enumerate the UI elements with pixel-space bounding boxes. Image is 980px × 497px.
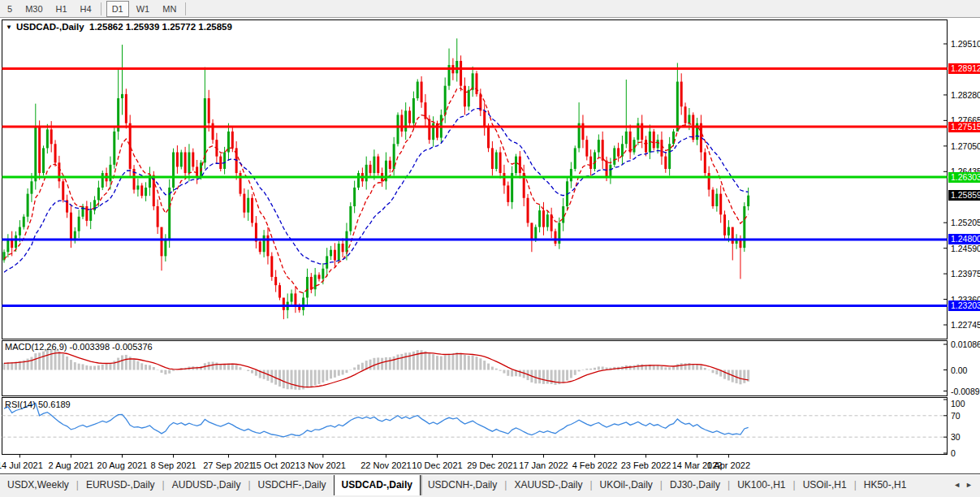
tab-xauusd-daily[interactable]: XAUUSD-,Daily (507, 475, 589, 495)
date-label: 1 Apr 2022 (700, 460, 757, 470)
tab-dj30-daily[interactable]: DJ30-,Daily (663, 475, 727, 495)
rsi-axis-label: 70 (951, 411, 961, 421)
price-tag-1.26303: 1.26303 (948, 172, 980, 183)
date-label: 17 Jan 2022 (515, 460, 572, 470)
macd-values: -0.003398 -0.005376 (69, 342, 152, 352)
price-tag-1.24800: 1.24800 (948, 234, 980, 244)
price-tick-label: 1.27050 (951, 141, 980, 151)
price-tick-label: 1.23975 (951, 269, 980, 279)
rsi-axis-label: 30 (951, 432, 961, 442)
tab-usdx-weekly[interactable]: USDX,Weekly (0, 475, 76, 495)
date-label: 23 Feb 2022 (618, 460, 675, 470)
macd-axis-label: -0.008974 (951, 387, 980, 396)
price-tick-label: 1.29510 (951, 39, 980, 49)
macd-name: MACD(12,26,9) (5, 342, 67, 352)
chart-title-symbol: USDCAD-,Daily (16, 22, 84, 32)
price-tag-1.27515: 1.27515 (948, 122, 980, 132)
price-tick-label: 1.25205 (951, 218, 980, 227)
tab-usdcnh-daily[interactable]: USDCNH-,Daily (421, 475, 504, 495)
chart-canvas[interactable] (0, 0, 980, 497)
price-tick-label: 1.22745 (951, 320, 980, 330)
price-tag-1.28912: 1.28912 (948, 63, 980, 74)
price-tag-1.25859: 1.25859 (948, 190, 980, 201)
tab-usoil-h1[interactable]: USOil-,H1 (796, 475, 854, 495)
price-tick-label: 1.24590 (951, 244, 980, 253)
chart-dropdown-icon[interactable]: ▼ (6, 24, 12, 31)
tab-eurusd-daily[interactable]: EURUSD-,Daily (79, 475, 162, 495)
macd-indicator-label: MACD(12,26,9) -0.003398 -0.005376 (5, 342, 153, 352)
date-label: 14 Jul 2021 (0, 460, 48, 470)
tab-scroll-right-icon[interactable]: ► (965, 481, 978, 489)
tab-hk50-h1[interactable]: HK50-,H1 (857, 475, 914, 495)
date-label: 4 Feb 2022 (567, 460, 624, 470)
chart-title-ohlc: 1.25862 1.25939 1.25772 1.25859 (89, 22, 232, 32)
price-tag-1.23203: 1.23203 (948, 300, 980, 311)
mt4-window: 5M30H1H4D1W1MN ▼USDCAD-,Daily 1.25862 1.… (0, 0, 980, 497)
date-label: 22 Nov 2021 (357, 460, 414, 470)
rsi-name: RSI(14) (5, 400, 36, 409)
price-tick-label: 1.28280 (951, 90, 980, 100)
date-label: 20 Aug 2021 (94, 460, 151, 470)
date-label: 29 Dec 2021 (464, 460, 520, 470)
tab-usdcad-daily[interactable]: USDCAD-,Daily (334, 475, 421, 495)
tab-uk100-h1[interactable]: UK100-,H1 (730, 475, 792, 495)
macd-axis-label: 0.00 (951, 365, 967, 375)
tab-ukoil-daily[interactable]: UKOil-,Daily (593, 475, 660, 495)
date-label: 2 Aug 2021 (42, 460, 99, 470)
rsi-axis-label: 0 (951, 448, 956, 458)
symbol-tabbar: USDX,Weekly|EURUSD-,Daily|AUDUSD-,Daily|… (0, 475, 980, 497)
date-label: 3 Nov 2021 (295, 460, 352, 470)
tab-scroll-arrows: ◄► (953, 481, 978, 489)
tab-usdchf-daily[interactable]: USDCHF-,Daily (251, 475, 334, 495)
date-label: 8 Sep 2021 (145, 460, 202, 470)
chart-title: ▼USDCAD-,Daily 1.25862 1.25939 1.25772 1… (6, 22, 232, 32)
rsi-value: 50.6189 (38, 400, 71, 409)
macd-axis-label: 0.010869 (951, 339, 980, 349)
date-label: 10 Dec 2021 (409, 460, 466, 470)
tab-scroll-left-icon[interactable]: ◄ (953, 481, 965, 489)
rsi-indicator-label: RSI(14) 50.6189 (5, 400, 71, 409)
rsi-axis-label: 100 (951, 399, 965, 408)
tab-audusd-daily[interactable]: AUDUSD-,Daily (165, 475, 248, 495)
